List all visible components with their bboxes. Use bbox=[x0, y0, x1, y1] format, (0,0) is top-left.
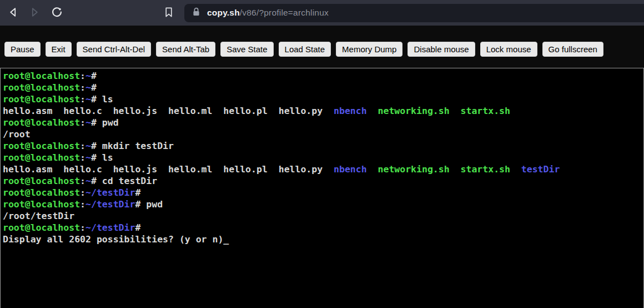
terminal-line: root@localhost:~# mkdir testDir bbox=[3, 140, 643, 152]
reload-icon bbox=[51, 6, 63, 19]
lock-icon bbox=[192, 7, 200, 19]
forward-button[interactable] bbox=[28, 6, 41, 19]
exit-button[interactable]: Exit bbox=[46, 42, 72, 57]
load-state-button[interactable]: Load State bbox=[279, 42, 331, 57]
terminal-line: root@localhost:~# bbox=[3, 82, 643, 93]
terminal-line: root@localhost:~# ls bbox=[3, 93, 643, 105]
send-ctrl-alt-del-button[interactable]: Send Ctrl-Alt-Del bbox=[77, 42, 152, 57]
send-alt-tab-button[interactable]: Send Alt-Tab bbox=[156, 42, 215, 57]
terminal-line: root@localhost:~# ls bbox=[3, 152, 643, 163]
terminal-line: root@localhost:~# pwd bbox=[3, 117, 643, 128]
terminal-line: /root/testDir bbox=[3, 210, 643, 222]
terminal-line: root@localhost:~/testDir# bbox=[3, 187, 643, 198]
terminal-line: root@localhost:~# cd testDir bbox=[3, 175, 643, 187]
back-icon bbox=[8, 7, 19, 19]
forward-icon bbox=[29, 7, 40, 19]
terminal-line: Display all 2602 possibilities? (y or n)… bbox=[3, 234, 643, 245]
url-path: /v86/?profile=archlinux bbox=[240, 8, 329, 17]
bookmark-button[interactable] bbox=[162, 6, 175, 19]
terminal-line: root@localhost:~# bbox=[3, 70, 643, 82]
terminal-output: root@localhost:~#root@localhost:~#root@l… bbox=[3, 70, 643, 245]
url-bar[interactable]: copy.sh/v86/?profile=archlinux bbox=[184, 4, 644, 22]
browser-toolbar: copy.sh/v86/?profile=archlinux bbox=[0, 0, 644, 26]
terminal-line: hello.asm hello.c hello.js hello.ml hell… bbox=[3, 105, 643, 117]
go-fullscreen-button[interactable]: Go fullscreen bbox=[542, 42, 603, 57]
save-state-button[interactable]: Save State bbox=[220, 42, 273, 57]
terminal-line: /root bbox=[3, 128, 643, 140]
terminal-line: root@localhost:~/testDir# pwd bbox=[3, 198, 643, 210]
url-domain: copy.sh bbox=[207, 8, 240, 17]
reload-button[interactable] bbox=[50, 6, 63, 19]
terminal-line: root@localhost:~/testDir# bbox=[3, 222, 643, 234]
url-text: copy.sh/v86/?profile=archlinux bbox=[207, 8, 329, 18]
bookmark-icon bbox=[164, 7, 174, 19]
memory-dump-button[interactable]: Memory Dump bbox=[336, 42, 402, 57]
terminal-line: hello.asm hello.c hello.js hello.ml hell… bbox=[3, 163, 643, 175]
vm-controls: PauseExitSend Ctrl-Alt-DelSend Alt-TabSa… bbox=[4, 42, 644, 57]
lock-mouse-button[interactable]: Lock mouse bbox=[480, 42, 537, 57]
terminal-screen[interactable]: root@localhost:~#root@localhost:~#root@l… bbox=[0, 68, 644, 308]
pause-button[interactable]: Pause bbox=[4, 42, 41, 57]
disable-mouse-button[interactable]: Disable mouse bbox=[407, 42, 475, 57]
back-button[interactable] bbox=[7, 6, 20, 19]
